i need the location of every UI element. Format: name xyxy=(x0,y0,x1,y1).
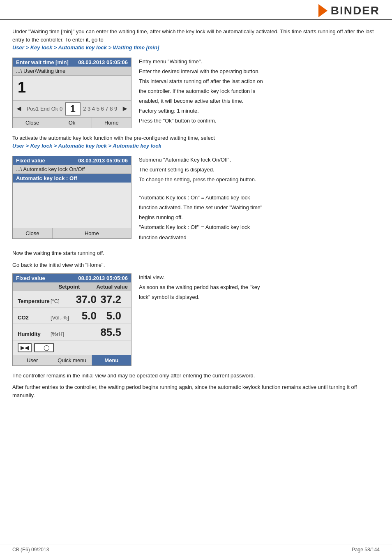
co2-unit: [Vol.-%] xyxy=(51,314,72,321)
panel1-header-datetime: 08.03.2013 05:05:06 xyxy=(78,59,128,65)
bottom-para-2: After further entries to the controller,… xyxy=(12,383,380,400)
panel2-header: Fixed value 08.03.2013 05:05:06 xyxy=(13,156,131,165)
intro-link-1: User > Key lock > Automatic key lock > W… xyxy=(12,44,159,51)
bottom-para-1: The controller remains in the initial vi… xyxy=(12,372,380,380)
intro-text-2: To activate the automatic key lock funct… xyxy=(12,135,215,141)
desc2-line8: function deactivated xyxy=(139,234,380,242)
desc3-text: Initial view. As soon as the waiting per… xyxy=(139,273,380,303)
fixed-value-panel-2: Fixed value 08.03.2013 05:05:06 ...\ Aut… xyxy=(12,156,131,239)
enter-wait-time-panel: Enter wait time [min] 08.03.2013 05:05:0… xyxy=(12,58,131,128)
panel3-footer: User Quick menu Menu xyxy=(13,355,131,365)
keylock-icon: —◯ xyxy=(34,343,54,352)
panel1-digits: 2 3 4 5 6 7 8 9 xyxy=(83,106,117,112)
panel2-section: Fixed value 08.03.2013 05:05:06 ...\ Aut… xyxy=(12,156,380,243)
panel2-subheader: ...\ Automatic key lock On/Off xyxy=(13,165,131,174)
panel3-icons-row: ▶◀ —◯ xyxy=(13,340,131,355)
main-content: Under "Waiting time [min]" you can enter… xyxy=(0,20,392,404)
desc2-line7: "Automatic Key lock : Off" = Automatic k… xyxy=(139,223,380,231)
panel3-header-datetime: 08.03.2013 05:05:06 xyxy=(78,275,128,281)
panel3-col-actual: Actual value xyxy=(96,284,128,290)
panel3-quickmenu-button[interactable]: Quick menu xyxy=(52,355,92,365)
panel2-empty-area xyxy=(13,183,131,228)
footer-left: CB (E6) 09/2013 xyxy=(12,547,49,553)
panel2-highlight-row[interactable]: Automatic key lock : Off xyxy=(13,174,131,183)
panel1-big-value: 1 xyxy=(18,79,26,96)
co2-label: CO2 xyxy=(18,314,51,321)
intro-text-1: Under "Waiting time [min]" you can enter… xyxy=(12,28,374,43)
desc2-line5: function activated. The time set under "… xyxy=(139,204,380,212)
desc3-line3: lock" symbol is displayed. xyxy=(139,293,380,301)
panel1-subheader: ...\ User\Waiting time xyxy=(13,67,131,76)
panel1-close-button[interactable]: Close xyxy=(13,118,52,128)
panel2-home-button[interactable]: Home xyxy=(53,228,131,238)
logo-arrow-icon xyxy=(318,4,327,17)
panel1-header: Enter wait time [min] 08.03.2013 05:05:0… xyxy=(13,58,131,67)
desc1-line1: Entry menu "Waiting time". xyxy=(139,58,380,66)
intro-paragraph-1: Under "Waiting time [min]" you can enter… xyxy=(12,28,380,52)
temp-actual: 37.2 xyxy=(97,293,121,306)
panel3-section: Fixed value 08.03.2013 05:05:06 Setpoint… xyxy=(12,273,380,366)
page-header: BINDER xyxy=(0,0,392,20)
panel1-home-button[interactable]: Home xyxy=(92,118,131,128)
mid-text-1: Now the waiting time starts running off. xyxy=(12,249,380,257)
desc2-line1: Submenu "Automatic Key lock On/Off". xyxy=(139,156,380,164)
intro-paragraph-2: To activate the automatic key lock funct… xyxy=(12,134,380,150)
mid-text-2: Go back to the initial view with "Home". xyxy=(12,261,380,269)
intro-link-2: User > Key lock > Automatic key lock > A… xyxy=(12,143,161,149)
panel1-center-value: 1 xyxy=(65,102,81,116)
panel2-header-datetime: 08.03.2013 05:05:06 xyxy=(78,157,128,164)
desc1-line4: the controller. If the automatic key loc… xyxy=(139,87,380,95)
play-icon: ▶◀ xyxy=(18,343,32,352)
humidity-actual: 85.5 xyxy=(97,326,121,339)
panel1-nav-right[interactable]: ► xyxy=(121,104,129,113)
panel1-header-label: Enter wait time [min] xyxy=(16,59,69,65)
desc1-line7: Press the "Ok" button to confirm. xyxy=(139,117,380,125)
footer-right: Page 58/144 xyxy=(352,547,380,553)
panel3-header-label: Fixed value xyxy=(16,275,45,281)
fixed-value-panel-3: Fixed value 08.03.2013 05:05:06 Setpoint… xyxy=(12,273,131,366)
desc1-line3: This interval starts running off after t… xyxy=(139,77,380,86)
panel1-ok-button[interactable]: Ok xyxy=(52,118,92,128)
panel3-user-button[interactable]: User xyxy=(13,355,52,365)
temp-label: Temperature xyxy=(18,298,51,304)
panel2-close-button[interactable]: Close xyxy=(13,228,53,238)
co2-actual: 5.0 xyxy=(97,310,121,322)
humidity-unit: [%rH] xyxy=(51,331,72,337)
panel3-col-row: Setpoint Actual value xyxy=(13,282,131,291)
co2-setpoint: 5.0 xyxy=(72,310,97,322)
desc1-line6: Factory setting: 1 minute. xyxy=(139,107,380,115)
temp-unit: [°C] xyxy=(51,298,72,304)
temp-setpoint: 37.0 xyxy=(72,293,97,306)
desc2-line4: "Automatic Key lock : On" = Automatic ke… xyxy=(139,194,380,202)
panel1-pos-label: Pos1 End Ok 0 xyxy=(27,106,62,112)
desc3-line2: As soon as the waiting period has expire… xyxy=(139,283,380,291)
panel1-footer: Close Ok Home xyxy=(13,117,131,128)
panel1-section: Enter wait time [min] 08.03.2013 05:05:0… xyxy=(12,58,380,128)
brand-logo: BINDER xyxy=(318,4,380,17)
humidity-label: Humidity xyxy=(18,331,51,337)
panel1-nav-row: ◄ Pos1 End Ok 0 1 2 3 4 5 6 7 8 9 ► xyxy=(13,100,131,117)
desc1-text: Entry menu "Waiting time". Enter the des… xyxy=(139,58,380,127)
desc1-line5: enabled, it will become active after thi… xyxy=(139,97,380,105)
panel3-header: Fixed value 08.03.2013 05:05:06 xyxy=(13,274,131,282)
desc2-text: Submenu "Automatic Key lock On/Off". The… xyxy=(139,156,380,243)
desc2-line3: To change the setting, press the operati… xyxy=(139,176,380,184)
desc1-line2: Enter the desired interval with the oper… xyxy=(139,67,380,76)
panel1-nav-left[interactable]: ◄ xyxy=(15,104,23,113)
desc3-line1: Initial view. xyxy=(139,273,380,282)
logo-text: BINDER xyxy=(331,4,380,17)
panel1-nav-mid: Pos1 End Ok 0 1 2 3 4 5 6 7 8 9 xyxy=(27,102,118,116)
table-row: CO2 [Vol.-%] 5.0 5.0 xyxy=(13,308,131,324)
desc2-line2: The current setting is displayed. xyxy=(139,166,380,174)
panel2-footer: Close Home xyxy=(13,228,131,238)
table-row: Humidity [%rH] 85.5 xyxy=(13,324,131,340)
panel1-value-area: 1 xyxy=(13,76,131,100)
panel3-col-setpoint: Setpoint xyxy=(58,284,80,290)
page-footer: CB (E6) 09/2013 Page 58/144 xyxy=(0,544,392,555)
table-row: Temperature [°C] 37.0 37.2 xyxy=(13,291,131,308)
desc2-line6: begins running off. xyxy=(139,213,380,222)
panel2-header-label: Fixed value xyxy=(16,157,45,164)
panel3-menu-button[interactable]: Menu xyxy=(92,355,131,365)
bottom-text: The controller remains in the initial vi… xyxy=(12,372,380,400)
